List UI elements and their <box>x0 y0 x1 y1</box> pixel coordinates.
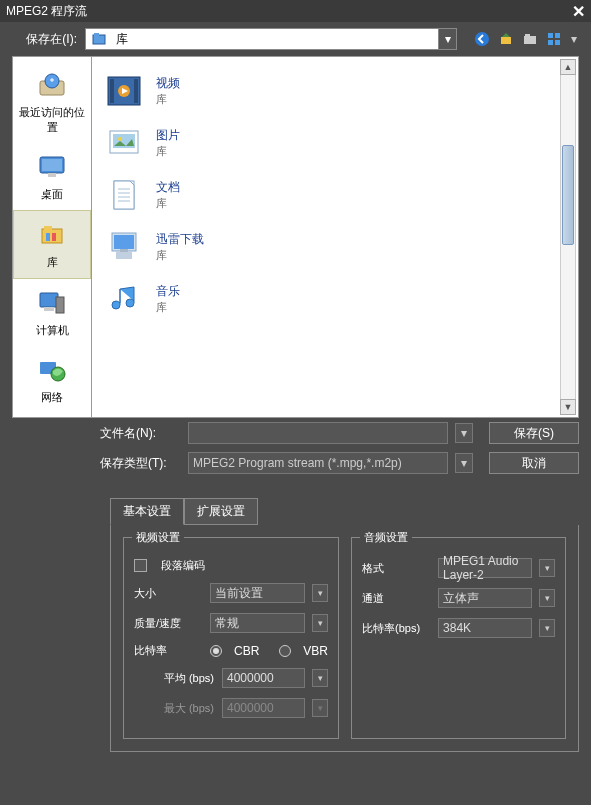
documents-icon <box>104 175 144 215</box>
vbr-radio[interactable] <box>279 645 291 657</box>
svg-point-30 <box>118 137 122 141</box>
computer-icon <box>34 287 70 319</box>
size-select[interactable]: 当前设置 <box>210 583 305 603</box>
format-select[interactable]: MPEG1 Audio Layer-2 <box>438 558 532 578</box>
item-name: 音乐 <box>156 283 180 300</box>
list-item[interactable]: 音乐库 <box>100 273 570 325</box>
svg-rect-14 <box>48 173 56 177</box>
channel-label: 通道 <box>362 591 430 606</box>
place-library-label: 库 <box>47 255 58 270</box>
file-list[interactable]: 视频库 图片库 文档库 迅雷下载库 音乐库 ▲ ▼ <box>92 56 579 418</box>
library-place-icon <box>34 219 70 251</box>
avg-bitrate-input[interactable]: 4000000 <box>222 668 305 688</box>
item-sub: 库 <box>156 300 180 315</box>
svg-rect-18 <box>52 233 56 241</box>
chevron-down-icon[interactable]: ▾ <box>539 559 555 577</box>
svg-rect-16 <box>44 226 52 230</box>
place-computer-label: 计算机 <box>36 323 69 338</box>
scroll-up-icon[interactable]: ▲ <box>560 59 576 75</box>
svg-rect-20 <box>56 297 64 313</box>
save-in-combo[interactable]: 库 ▾ <box>85 28 457 50</box>
svg-rect-7 <box>555 33 560 38</box>
segment-encode-checkbox[interactable] <box>134 559 147 572</box>
view-icon[interactable] <box>545 30 563 48</box>
tab-advanced[interactable]: 扩展设置 <box>184 498 258 525</box>
svg-rect-39 <box>120 249 128 252</box>
save-button[interactable]: 保存(S) <box>489 422 579 444</box>
svg-rect-1 <box>94 33 99 36</box>
svg-rect-6 <box>548 33 553 38</box>
svg-rect-0 <box>93 35 105 44</box>
audio-bitrate-select[interactable]: 384K <box>438 618 532 638</box>
channel-select[interactable]: 立体声 <box>438 588 532 608</box>
cancel-button[interactable]: 取消 <box>489 452 579 474</box>
chevron-down-icon[interactable]: ▾ <box>539 619 555 637</box>
place-recent[interactable]: 最近访问的位置 <box>13 61 91 143</box>
place-library[interactable]: 库 <box>13 210 91 279</box>
list-item[interactable]: 文档库 <box>100 169 570 221</box>
svg-rect-13 <box>42 159 62 171</box>
list-item[interactable]: 视频库 <box>100 65 570 117</box>
chevron-down-icon[interactable]: ▾ <box>312 669 328 687</box>
filename-label: 文件名(N): <box>100 425 180 442</box>
svg-rect-9 <box>555 40 560 45</box>
item-name: 文档 <box>156 179 180 196</box>
library-icon <box>90 30 108 48</box>
view-dropdown-icon[interactable]: ▾ <box>569 30 579 48</box>
svg-rect-4 <box>524 36 536 44</box>
avg-bitrate-label: 平均 (bps) <box>154 671 214 686</box>
svg-rect-19 <box>40 293 58 307</box>
new-folder-icon[interactable] <box>521 30 539 48</box>
chevron-down-icon[interactable]: ▾ <box>539 589 555 607</box>
svg-rect-25 <box>110 79 114 103</box>
tab-basic[interactable]: 基本设置 <box>110 498 184 525</box>
item-name: 图片 <box>156 127 180 144</box>
svg-rect-37 <box>114 235 134 249</box>
back-icon[interactable] <box>473 30 491 48</box>
cbr-radio[interactable] <box>210 645 222 657</box>
place-computer[interactable]: 计算机 <box>13 279 91 346</box>
network-icon <box>34 354 70 386</box>
item-sub: 库 <box>156 92 180 107</box>
place-desktop[interactable]: 桌面 <box>13 143 91 210</box>
item-sub: 库 <box>156 248 204 263</box>
chevron-down-icon[interactable]: ▾ <box>312 614 328 632</box>
audio-legend: 音频设置 <box>360 530 412 545</box>
video-legend: 视频设置 <box>132 530 184 545</box>
chevron-down-icon[interactable]: ▾ <box>455 423 473 443</box>
svg-rect-5 <box>525 34 530 37</box>
item-name: 迅雷下载 <box>156 231 204 248</box>
format-label: 格式 <box>362 561 430 576</box>
place-network[interactable]: 网络 <box>13 346 91 413</box>
chevron-down-icon[interactable]: ▾ <box>455 453 473 473</box>
vbr-label: VBR <box>303 644 328 658</box>
up-icon[interactable] <box>497 30 515 48</box>
audio-settings-group: 音频设置 格式 MPEG1 Audio Layer-2 ▾ 通道 立体声 ▾ 比… <box>351 537 566 739</box>
list-item[interactable]: 迅雷下载库 <box>100 221 570 273</box>
svg-rect-17 <box>46 233 50 241</box>
chevron-down-icon[interactable]: ▾ <box>312 584 328 602</box>
quality-select[interactable]: 常规 <box>210 613 305 633</box>
segment-encode-label: 段落编码 <box>161 558 205 573</box>
list-item[interactable]: 图片库 <box>100 117 570 169</box>
filetype-select[interactable]: MPEG2 Program stream (*.mpg,*.m2p) <box>188 452 448 474</box>
chevron-down-icon: ▾ <box>312 699 328 717</box>
item-sub: 库 <box>156 144 180 159</box>
item-sub: 库 <box>156 196 180 211</box>
video-icon <box>104 71 144 111</box>
video-settings-group: 视频设置 段落编码 大小 当前设置 ▾ 质量/速度 常规 ▾ 比特率 CBR V… <box>123 537 339 739</box>
close-icon[interactable]: ✕ <box>572 2 585 21</box>
pictures-icon <box>104 123 144 163</box>
scrollbar[interactable]: ▲ ▼ <box>560 59 576 415</box>
item-name: 视频 <box>156 75 180 92</box>
window-title: MPEG2 程序流 <box>6 3 87 20</box>
cbr-label: CBR <box>234 644 259 658</box>
scroll-track[interactable] <box>560 75 576 399</box>
chevron-down-icon[interactable]: ▾ <box>438 29 456 49</box>
place-desktop-label: 桌面 <box>41 187 63 202</box>
scroll-down-icon[interactable]: ▼ <box>560 399 576 415</box>
svg-rect-21 <box>44 307 54 311</box>
filename-input[interactable] <box>188 422 448 444</box>
bitrate-label: 比特率 <box>134 643 202 658</box>
scroll-thumb[interactable] <box>562 145 574 245</box>
